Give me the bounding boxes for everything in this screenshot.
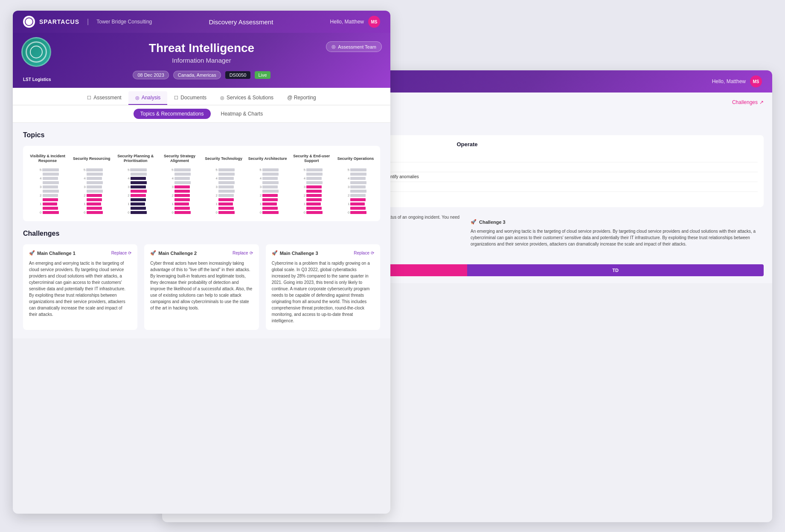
nav-tabs: ☐ Assessment ◎ Analysis ☐ Documents ◎ Se… — [13, 88, 390, 105]
challenge3-header: 🚀 Challenge 3 — [471, 219, 764, 225]
status-badge: Live — [255, 71, 270, 79]
challenge-header-1: 🚀 Main Challenge 1 Replace ⟳ — [29, 250, 131, 256]
bg-avatar: MS — [750, 75, 762, 87]
challenge-card-3: 🚀 Main Challenge 3 Replace ⟳ Cybercrime … — [266, 244, 380, 330]
challenge-header-3: 🚀 Main Challenge 3 Replace ⟳ — [272, 250, 374, 256]
rocket-icon-2: 🚀 — [150, 250, 156, 256]
app-header: SPARTACUS | Tower Bridge Consulting Disc… — [13, 11, 390, 33]
bar-group-4: 5 4 3 2 1 0 — [169, 168, 191, 214]
topics-chart-grid: Visibility & Incident Response 5 4 3 2 1… — [23, 146, 380, 221]
challenge-label-2: 🚀 Main Challenge 2 — [150, 250, 197, 256]
tab-assessment[interactable]: ☐ Assessment — [80, 91, 128, 105]
bar-group-2: 5 4 3 2 1 0 — [81, 168, 103, 214]
col-title-3: Security Planning & Prioritisation — [114, 153, 157, 165]
subtab-topics[interactable]: Topics & Recommendations — [134, 109, 211, 119]
challenge-header-2: 🚀 Main Challenge 2 Replace ⟳ — [150, 250, 253, 256]
main-window: SPARTACUS | Tower Bridge Consulting Disc… — [13, 11, 390, 514]
col-title-1: Visibility & Incident Response — [26, 153, 69, 165]
replace-button-3[interactable]: Replace ⟳ — [354, 251, 374, 255]
bar-group-7: 5 4 3 2 1 0 — [300, 168, 323, 214]
chart-col-1: Visibility & Incident Response 5 4 3 2 1… — [26, 153, 69, 214]
challenges-grid: 🚀 Main Challenge 1 Replace ⟳ An emerging… — [23, 244, 380, 330]
challenge-card-1: 🚀 Main Challenge 1 Replace ⟳ An emerging… — [23, 244, 137, 330]
company-label: LST Logistics — [23, 77, 51, 82]
tab-services-label: Services & Solutions — [227, 95, 273, 101]
col-title-6: Security Architecture — [248, 153, 287, 165]
hero-section: LST Logistics ◎ Assessment Team Threat I… — [13, 33, 390, 88]
company-name: Tower Bridge Consulting — [96, 19, 152, 25]
subtab-heatmap[interactable]: Heatmap & Charts — [214, 109, 270, 119]
header-divider: | — [87, 18, 89, 26]
challenge-label-3: 🚀 Main Challenge 3 — [272, 250, 318, 256]
chart-col-7: Security & End-user Support 5 4 3 2 1 0 — [291, 153, 333, 214]
bg-greeting: Hello, Matthew — [712, 78, 746, 84]
chart-col-3: Security Planning & Prioritisation 5 4 3… — [114, 153, 157, 214]
rocket-icon-3: 🚀 — [272, 250, 278, 256]
col-title-4: Security Strategy Alignment — [158, 153, 201, 165]
challenge3-text: An emerging and worrying tactic is the t… — [471, 228, 764, 247]
brand-name: SPARTACUS — [39, 18, 79, 25]
tab-analysis[interactable]: ◎ Analysis — [128, 91, 168, 105]
tab-documents[interactable]: ☐ Documents — [167, 91, 213, 105]
topics-title: Topics — [23, 131, 380, 139]
hero-meta: 08 Dec 2023 Canada, Americas DS0050 Live — [23, 71, 380, 79]
chart-col-5: Security Technology 5 4 3 2 1 0 — [203, 153, 245, 214]
header-right: Hello, Matthew MS — [330, 16, 380, 28]
documents-icon: ☐ — [174, 95, 178, 101]
bar-group-1: 5 4 3 2 1 0 — [37, 168, 59, 214]
assessment-icon: ☐ — [87, 95, 91, 101]
replace-button-1[interactable]: Replace ⟳ — [111, 251, 132, 255]
tab-analysis-label: Analysis — [142, 95, 161, 101]
bar-group-8: 5 4 3 2 1 0 — [344, 168, 366, 214]
challenges-title: Challenges — [23, 230, 380, 237]
col-title-5: Security Technology — [205, 153, 242, 165]
chart-col-2: Security Resourcing 5 4 3 2 1 0 — [70, 153, 113, 214]
app-logo — [23, 16, 35, 28]
bar-group-3: 5 4 3 2 1 0 — [125, 168, 147, 214]
col-title-2: Security Resourcing — [73, 153, 110, 165]
main-content: Topics Visibility & Incident Response 5 … — [13, 123, 390, 338]
sub-tabs: Topics & Recommendations Heatmap & Chart… — [13, 105, 390, 123]
tab-reporting[interactable]: @ Reporting — [280, 91, 323, 105]
tab-assessment-label: Assessment — [93, 95, 121, 101]
analysis-icon: ◎ — [135, 95, 140, 101]
company-logo — [21, 37, 51, 67]
assessment-team-button[interactable]: ◎ Assessment Team — [326, 41, 382, 52]
challenge-label-1: 🚀 Main Challenge 1 — [29, 250, 76, 256]
challenge-text-3: Cybercrime is a problem that is rapidly … — [272, 260, 374, 324]
header-left: SPARTACUS | Tower Bridge Consulting — [23, 16, 152, 28]
date-badge: 08 Dec 2023 — [133, 71, 169, 79]
chart-col-8: Security Operations 5 4 3 2 1 0 — [334, 153, 377, 214]
user-avatar: MS — [368, 16, 380, 28]
rocket-icon-1: 🚀 — [29, 250, 35, 256]
replace-button-2[interactable]: Replace ⟳ — [233, 251, 253, 255]
bar-group-5: 5 4 3 2 1 0 — [212, 168, 235, 214]
sol-td: TD — [467, 264, 764, 276]
challenge3-section: 🚀 Challenge 3 An emerging and worrying t… — [471, 219, 764, 247]
code-badge: DS0050 — [225, 71, 251, 79]
bar-group-6: 5 4 3 2 1 0 — [256, 168, 279, 214]
app-title: Discovery Assessment — [209, 18, 273, 26]
services-icon: ◎ — [220, 95, 224, 101]
greeting-text: Hello, Matthew — [330, 19, 364, 25]
tab-services[interactable]: ◎ Services & Solutions — [213, 91, 280, 105]
tab-documents-label: Documents — [180, 95, 206, 101]
replace-icon-2: ⟳ — [250, 251, 253, 255]
chart-col-6: Security Architecture 5 4 3 2 1 0 — [247, 153, 289, 214]
tab-reporting-label: @ Reporting — [287, 95, 316, 101]
replace-icon-3: ⟳ — [371, 251, 374, 255]
hero-subtitle: Information Manager — [23, 57, 380, 64]
region-badge: Canada, Americas — [173, 71, 221, 79]
challenge-text-1: An emerging and worrying tactic is the t… — [29, 260, 131, 318]
challenge-card-2: 🚀 Main Challenge 2 Replace ⟳ Cyber threa… — [144, 244, 259, 330]
col-title-8: Security Operations — [337, 153, 374, 165]
chart-col-4: Security Strategy Alignment 5 4 3 2 1 0 — [158, 153, 201, 214]
replace-icon-1: ⟳ — [128, 251, 131, 255]
challenge-text-2: Cyber threat actors have been increasing… — [150, 260, 253, 311]
col-title-7: Security & End-user Support — [291, 153, 333, 165]
